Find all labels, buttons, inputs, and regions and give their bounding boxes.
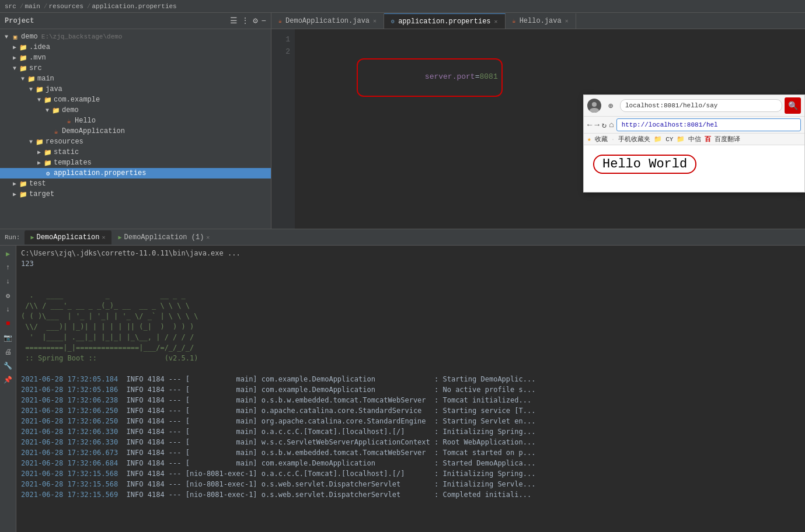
tree-arrow: ▶ [35,159,43,166]
tree-label: resources [46,138,83,146]
tab-close-btn[interactable]: ✕ [373,18,377,24]
settings-icon[interactable]: ⚙ [253,16,257,26]
folder-icon: 📁 [19,191,28,198]
tree-item-mvn[interactable]: ▶ 📁 .mvn [0,52,271,63]
reload-btn[interactable]: ↻ [602,120,607,130]
tree-item-resources[interactable]: ▼ 📁 resources [0,136,271,147]
console-line: 2021-06-28 17:32:05.184 INFO 4184 --- [ … [21,374,800,384]
tree-item-application-properties[interactable]: ▶ ⚙ application.properties [0,168,271,178]
layout-icon[interactable]: ☰ [230,16,238,26]
prop-key: server.port [425,72,475,81]
console-line: 2021-06-28 17:32:15.569 INFO 4184 --- [n… [21,489,800,500]
console-line: :: Spring Boot :: (v2.5.1) [21,353,800,363]
console-line: 2021-06-28 17:32:15.568 INFO 4184 --- [n… [21,479,800,489]
forward-btn[interactable]: → [594,120,599,130]
run-print-btn[interactable]: 🖨 [2,346,14,358]
console-line: 2021-06-28 17:32:05.186 INFO 4184 --- [ … [21,384,800,395]
tree-label: application.properties [54,169,146,177]
bookmark-mobile-label[interactable]: 手机收藏夹 [618,135,650,144]
run-tab-demoapplication-1[interactable]: ▶ DemoApplication (1) ✕ [113,230,216,244]
tree-item-main[interactable]: ▼ 📁 main [0,74,271,84]
tree-arrow: ▶ [11,191,19,198]
run-pin-btn[interactable]: 📌 [2,374,14,386]
run-tab-close[interactable]: ✕ [206,234,210,241]
tree-label: main [37,75,54,83]
console-line: /\\ / ___'_ __ _ _(_)_ __ __ _ \ \ \ \ [21,300,800,311]
bookmark-zx-label[interactable]: 中信 [688,135,701,144]
tree-item-demoapplication[interactable]: ▶ ☕ DemoApplication [0,126,271,136]
tree-label: Hello [75,117,96,125]
tab-close-btn[interactable]: ✕ [494,18,498,25]
run-wrench-btn[interactable]: 🔧 [2,360,14,372]
tree-item-idea[interactable]: ▶ 📁 .idea [0,42,271,52]
module-icon: ▣ [11,33,20,41]
tree-item-demo[interactable]: ▼ ▣ demo E:\zjq_backstage\demo [0,32,271,42]
console-line: 2021-06-28 17:32:06.330 INFO 4184 --- [ … [21,437,800,447]
tab-close-btn[interactable]: ✕ [565,18,569,24]
bookmark-collect-label[interactable]: 收藏 [595,135,608,144]
tree-item-java[interactable]: ▼ 📁 java [0,84,271,94]
tree-item-static[interactable]: ▶ 📁 static [0,147,271,158]
folder-icon: 📁 [43,159,53,167]
java-file-icon: ☕ [64,117,74,125]
run-scroll-end-btn[interactable]: ↓ [2,304,14,316]
tab-hello[interactable]: ☕ Hello.java ✕ [506,13,576,29]
bookmark-baidu-label[interactable]: 百度翻译 [715,135,740,144]
tab-demoapplication[interactable]: ☕ DemoApplication.java ✕ [271,13,384,29]
bookmark-cy-icon: 📁 [654,135,662,143]
tree-item-target[interactable]: ▶ 📁 target [0,189,271,200]
run-rerun-btn[interactable]: ▶ [2,248,14,260]
run-up-btn[interactable]: ↑ [2,262,14,274]
tab-icon: ☕ [513,18,516,24]
project-sidebar: Project ☰ ⋮ ⚙ − ▼ ▣ demo E:\zjq_backstag… [0,13,271,229]
bookmark-zx-icon: 📁 [677,135,685,143]
hello-world-display: Hello World [593,155,696,174]
console-line [21,363,800,374]
tab-icon: ☕ [278,18,282,24]
browser-window: ⊕ localhost:8081/hello/say 🔍 ← → ↻ ⌂ htt… [583,94,805,192]
run-down-btn[interactable]: ↓ [2,276,14,288]
tab-icon: ⚙ [391,18,395,25]
tab-application-properties[interactable]: ⚙ application.properties ✕ [384,13,506,29]
run-tab-demoapplication[interactable]: ▶ DemoApplication ✕ [25,230,111,244]
breadcrumb-file: application.properties [92,3,176,10]
browser-search-button[interactable]: 🔍 [785,97,801,114]
tree-label: com.example [54,96,100,104]
tree-label: .mvn [29,54,46,62]
console-line: C:\Users\zjq\.jdks\corretto-11.0.11\bin\… [21,248,800,258]
minus-icon[interactable]: − [262,16,266,26]
tree-arrow: ▼ [43,107,51,114]
run-icon: ▶ [30,234,34,241]
breadcrumb-resources: resources [48,3,83,10]
tree-item-hello[interactable]: ▶ ☕ Hello [0,116,271,126]
bookmark-cy-label[interactable]: CY [665,136,673,143]
tree-label: target [29,190,54,198]
browser-url-bar[interactable]: localhost:8081/hello/say [620,99,782,112]
console-line: 2021-06-28 17:32:06.250 INFO 4184 --- [ … [21,416,800,426]
bookmark-star-icon: ★ [587,135,591,143]
tree-item-test[interactable]: ▶ 📁 test [0,178,271,189]
tree-item-templates[interactable]: ▶ 📁 templates [0,158,271,168]
expand-icon[interactable]: ⋮ [241,16,249,26]
tabs-bar: ☕ DemoApplication.java ✕ ⚙ application.p… [271,13,805,29]
browser-extensions-icon[interactable]: ⊕ [604,99,618,113]
tree-subtitle: E:\zjq_backstage\demo [41,33,123,40]
tree-label: demo [62,106,79,114]
back-btn[interactable]: ← [587,120,592,130]
run-tab-close[interactable]: ✕ [102,234,105,241]
properties-file-icon: ⚙ [43,170,53,177]
console-line: 2021-06-28 17:32:06.250 INFO 4184 --- [ … [21,405,800,416]
console-line: ( ( )\___ | '_ | '_| | '_ \/ _` | \ \ \ … [21,311,800,321]
tree-item-src[interactable]: ▼ 📁 src [0,63,271,74]
project-tree: ▼ ▣ demo E:\zjq_backstage\demo ▶ 📁 .idea… [0,29,271,229]
run-camera-btn[interactable]: 📷 [2,332,14,344]
run-settings-btn[interactable]: ⚙ [2,290,14,302]
home-btn[interactable]: ⌂ [609,120,614,130]
browser-full-url[interactable]: http://localhost:8081/hel [616,118,801,131]
console-line: 123 [21,258,800,269]
tree-arrow: ▼ [19,76,27,82]
tree-item-com-example[interactable]: ▼ 📁 com.example [0,94,271,105]
tree-item-demo-pkg[interactable]: ▼ 📁 demo [0,105,271,116]
run-stop-btn[interactable]: ■ [2,318,14,330]
folder-icon: 📁 [19,65,28,72]
